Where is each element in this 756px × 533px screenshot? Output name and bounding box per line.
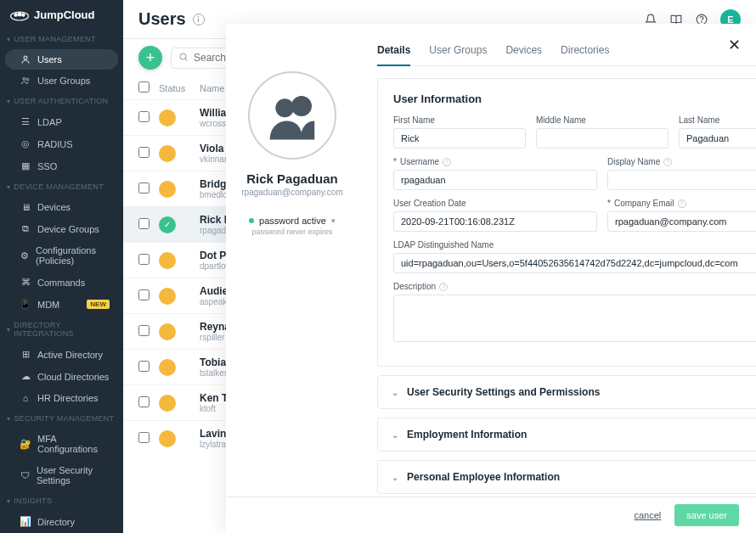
chevron-down-icon: ▾ <box>7 183 10 191</box>
sidebar-section-head[interactable]: ▾DEVICE MANAGEMENT <box>0 177 123 196</box>
avatar-large[interactable] <box>248 71 336 160</box>
row-checkbox[interactable] <box>138 182 150 194</box>
status-badge <box>159 395 176 412</box>
row-checkbox[interactable] <box>138 325 150 336</box>
tab-details[interactable]: Details <box>377 39 410 66</box>
row-checkbox[interactable] <box>138 111 150 122</box>
sidebar-item-label: Devices <box>37 202 71 212</box>
sidebar-item-label: Active Directory <box>37 350 103 360</box>
status-badge <box>159 323 176 340</box>
accordion-personal-employee-information[interactable]: ⌄Personal Employee Information <box>377 460 756 494</box>
row-checkbox[interactable] <box>138 289 150 300</box>
sidebar-section-head[interactable]: ▾INSIGHTS <box>0 491 123 510</box>
user-info-card: User Information First Name Middle Name … <box>377 78 756 367</box>
svg-point-11 <box>291 96 312 116</box>
sidebar-section-head[interactable]: ▾USER AUTHENTICATION <box>0 92 123 110</box>
commands-icon: ⌘ <box>20 277 31 288</box>
chevron-down-icon: ⌄ <box>392 473 398 482</box>
sidebar-item-cloud-directories[interactable]: ☁Cloud Directories <box>5 366 118 387</box>
devices-icon: 🖥 <box>20 202 31 212</box>
status-dot-icon <box>249 218 254 223</box>
cancel-link[interactable]: cancel <box>635 510 662 520</box>
sidebar-item-commands[interactable]: ⌘Commands <box>5 272 118 293</box>
ldap-dn-field[interactable] <box>393 253 756 273</box>
sidebar-item-devices[interactable]: 🖥Devices <box>5 197 118 217</box>
sidebar-item-users[interactable]: Users <box>5 49 118 70</box>
sidebar-item-label: HR Directories <box>37 393 99 403</box>
tab-user-groups[interactable]: User Groups <box>429 39 487 65</box>
svg-point-3 <box>21 13 25 16</box>
info-icon[interactable]: i <box>193 14 205 25</box>
page-title-text: Users <box>138 9 186 29</box>
hr-icon: ⌂ <box>20 393 31 403</box>
sidebar-item-sso[interactable]: ▦SSO <box>5 155 118 177</box>
status-badge <box>159 430 176 447</box>
new-badge: NEW <box>87 300 110 309</box>
info-icon[interactable]: ? <box>663 158 672 166</box>
accordion-employment-information[interactable]: ⌄Employment Information <box>377 418 756 452</box>
svg-point-9 <box>180 53 186 59</box>
close-icon[interactable]: ✕ <box>728 36 741 54</box>
profile-email: rpagaduan@company.com <box>241 188 342 197</box>
detail-column: DetailsUser GroupsDevicesDirectories Use… <box>377 24 756 497</box>
sidebar-item-user-groups[interactable]: User Groups <box>5 70 118 91</box>
save-user-button[interactable]: save user <box>674 504 739 526</box>
sidebar-item-radius[interactable]: ◎RADIUS <box>5 133 118 154</box>
sidebar-item-active-directory[interactable]: ⊞Active Directory <box>5 344 118 365</box>
sidebar-item-label: MDM <box>37 300 59 310</box>
svg-point-2 <box>18 12 22 16</box>
sidebar-section-head[interactable]: ▾USER MANAGEMENT <box>0 30 123 48</box>
device-group-icon: ⧉ <box>20 223 31 234</box>
cloud-icon: ☁ <box>20 371 31 382</box>
status-badge <box>159 145 176 162</box>
row-checkbox[interactable] <box>138 254 150 265</box>
row-checkbox[interactable] <box>138 147 150 158</box>
sidebar-item-configurations-policies-[interactable]: ⚙Configurations (Policies) <box>5 240 118 271</box>
main: Users i E + Status Name ▴ William Crossl… <box>123 0 756 533</box>
chevron-down-icon: ⌄ <box>392 430 398 440</box>
sidebar-item-mfa-configurations[interactable]: 🔐MFA Configurations <box>5 429 118 459</box>
row-checkbox[interactable] <box>138 396 150 407</box>
brand: JumpCloud <box>0 0 123 30</box>
sidebar-section-head[interactable]: ▾DIRECTORY INTEGRATIONS <box>0 316 123 343</box>
middle-name-field[interactable] <box>536 128 669 149</box>
sidebar-item-hr-directories[interactable]: ⌂HR Directories <box>5 388 118 408</box>
tab-devices[interactable]: Devices <box>505 39 542 65</box>
info-icon[interactable]: ? <box>678 199 686 208</box>
mdm-icon: 📱 <box>20 299 31 310</box>
user-detail-panel: ✕ Rick Pagaduan rpagaduan@company.com pa… <box>226 24 756 533</box>
sidebar-section-head[interactable]: ▾SECURITY MANAGEMENT <box>0 409 123 428</box>
sidebar-item-label: Commands <box>37 278 85 288</box>
sidebar-item-label: RADIUS <box>37 139 73 149</box>
first-name-field[interactable] <box>393 128 526 149</box>
row-checkbox[interactable] <box>138 218 150 229</box>
sidebar-item-user-security-settings[interactable]: 🛡User Security Settings <box>5 460 118 491</box>
info-icon[interactable]: ? <box>439 283 448 291</box>
row-checkbox[interactable] <box>138 432 150 443</box>
password-status-toggle[interactable]: password active ▾ <box>249 216 336 226</box>
sidebar-item-mdm[interactable]: 📱MDMNEW <box>5 294 118 315</box>
sidebar-item-ldap[interactable]: ☰LDAP <box>5 111 118 132</box>
row-checkbox[interactable] <box>138 361 150 372</box>
status-badge <box>159 288 176 305</box>
sidebar-item-device-groups[interactable]: ⧉Device Groups <box>5 218 118 239</box>
select-all-checkbox[interactable] <box>138 81 150 93</box>
sidebar-item-label: Cloud Directories <box>37 372 109 382</box>
col-status[interactable]: Status <box>159 83 191 93</box>
accordion-user-security-settings-and-permissions[interactable]: ⌄User Security Settings and Permissions <box>377 375 756 409</box>
info-icon[interactable]: ? <box>443 158 451 166</box>
display-name-field[interactable] <box>607 170 756 190</box>
radius-icon: ◎ <box>20 138 31 149</box>
add-user-button[interactable]: + <box>138 46 162 70</box>
last-name-field[interactable] <box>679 128 756 149</box>
username-field[interactable] <box>393 170 597 190</box>
ad-icon: ⊞ <box>20 349 31 360</box>
group-icon <box>20 76 31 86</box>
company-email-field[interactable] <box>607 211 756 232</box>
insights-icon: 📊 <box>20 516 31 527</box>
svg-point-6 <box>26 78 29 81</box>
sidebar-item-label: Users <box>37 54 62 65</box>
description-field[interactable] <box>393 295 756 342</box>
tab-directories[interactable]: Directories <box>561 39 609 65</box>
sidebar-item-directory[interactable]: 📊Directory <box>5 511 118 532</box>
